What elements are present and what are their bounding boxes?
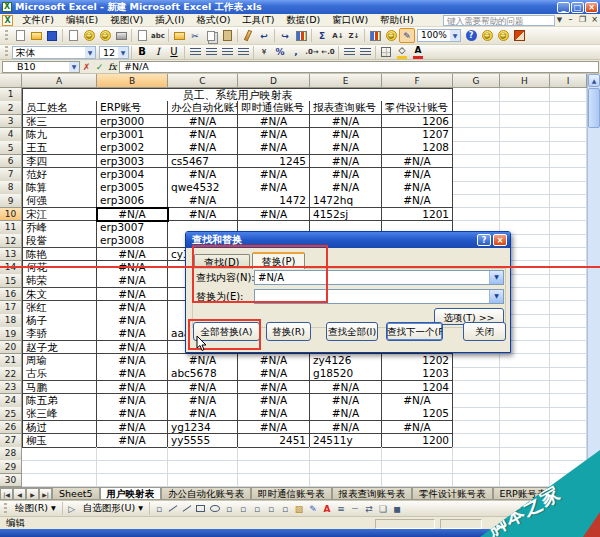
row-header-12[interactable]: 12 [0,234,22,248]
format-underline-icon[interactable]: U [166,45,182,60]
cell-A7[interactable]: 范好 [22,168,97,182]
cell-H21[interactable] [500,354,550,368]
cell-C30[interactable] [168,474,238,487]
sheet-tab-0[interactable]: Sheet5 [52,488,100,500]
cell-B2[interactable]: ERP账号 [97,101,168,115]
cell-G22[interactable] [453,367,500,381]
format-decrease-decimal-icon[interactable]: ←.0 [320,45,336,60]
cell-I6[interactable] [550,155,587,169]
cell-F4[interactable]: 1207 [382,128,453,142]
cell-E7[interactable]: #N/A [310,168,382,182]
sheet-tab-5[interactable]: 零件设计账号表 [412,488,493,500]
workbook-minimize-button[interactable]: – [565,15,576,25]
cell-G6[interactable] [453,155,500,169]
dialog-help-button[interactable]: ? [477,234,491,246]
cell-A27[interactable]: 柳玉 [22,434,97,448]
scrollbar-thumb[interactable] [588,88,600,128]
cell-F21[interactable]: 1202 [382,354,453,368]
cell-B11[interactable]: erp3007 [97,221,168,235]
name-box[interactable]: B10▼ [2,61,80,73]
menu-item-6[interactable]: 数据(D) [281,14,327,27]
column-header-G[interactable]: G [453,74,500,88]
next-sheet-icon[interactable]: ▶ [26,488,39,500]
drawing-line-icon[interactable] [166,502,180,515]
cell-G26[interactable] [453,421,500,435]
cell-D3[interactable]: #N/A [238,115,310,129]
row-header-4[interactable]: 4 [0,128,22,142]
menu-item-8[interactable]: 帮助(H) [374,14,420,27]
cell-B7[interactable]: erp3004 [97,168,168,182]
cell-E29[interactable] [310,460,382,474]
row-header-7[interactable]: 7 [0,168,22,182]
cell-G3[interactable] [453,115,500,129]
cell-A9[interactable]: 何强 [22,194,97,208]
format-merge-center-icon[interactable] [235,45,251,60]
minimize-button[interactable]: _ [557,2,570,13]
cell-E6[interactable]: #N/A [310,155,382,169]
cell-F2[interactable]: 零件设计账号 [382,101,453,115]
cell-I9[interactable] [550,194,587,208]
cell-B19[interactable]: #N/A [97,327,168,341]
format-comma-icon[interactable]: , [288,45,304,60]
cell-H5[interactable] [500,141,550,155]
cell-A13[interactable]: 陈艳 [22,248,97,262]
format-bold-icon[interactable]: B [134,45,150,60]
cell-A10[interactable]: 宋江 [22,208,97,222]
cell-B6[interactable]: erp3003 [97,155,168,169]
toolbar-grip[interactable] [5,30,8,42]
drawing-fill-color-icon[interactable]: ▨ [292,502,306,515]
toolbar-smiley-icon[interactable]: ☺ [479,28,495,43]
cell-I4[interactable] [550,128,587,142]
cell-E9[interactable]: 1472hq [310,194,382,208]
cell-A24[interactable]: 陈五弟 [22,394,97,408]
row-header-22[interactable]: 22 [0,367,22,381]
row-header-26[interactable]: 26 [0,421,22,435]
toolbar-grip[interactable] [4,503,7,515]
cell-I27[interactable] [550,434,587,448]
cell-I17[interactable] [550,301,587,315]
cell-D21[interactable]: #N/A [238,354,310,368]
cell-F6[interactable]: #N/A [382,155,453,169]
toolbar-sort-ascending-icon[interactable]: A↓ [330,28,346,43]
cell-C8[interactable]: qwe4532 [168,181,238,195]
row-header-13[interactable]: 13 [0,248,22,262]
cell-H24[interactable] [500,394,550,408]
cell-C26[interactable]: yg1234 [168,421,238,435]
cell-E22[interactable]: g18520 [310,367,382,381]
workbook-close-button[interactable]: × [589,15,600,25]
toolbar-smiley-icon[interactable]: ☺ [97,28,113,43]
toolbar-script-home-icon[interactable] [511,28,527,43]
drawing-oval-icon[interactable] [208,502,222,515]
cell-A6[interactable]: 李四 [22,155,97,169]
row-header-20[interactable]: 20 [0,341,22,355]
cell-G24[interactable] [453,394,500,408]
chevron-down-icon[interactable]: ▼ [69,62,79,72]
cell-D29[interactable] [238,460,310,474]
cell-I19[interactable] [550,327,587,341]
menu-item-7[interactable]: 窗口(W) [326,14,374,27]
cell-B16[interactable]: #N/A [97,288,168,302]
toolbar-print-icon[interactable] [113,28,129,43]
row-header-25[interactable]: 25 [0,407,22,421]
cell-F5[interactable]: 1208 [382,141,453,155]
drawing-diagram-icon[interactable]: ▫ [250,502,264,515]
cell-C3[interactable]: #N/A [168,115,238,129]
cell-F10[interactable]: 1201 [382,208,453,222]
zoom-select[interactable]: 100%▼ [417,29,461,42]
toolbar-sort-descending-icon[interactable]: Z↓ [346,28,362,43]
row-header-3[interactable]: 3 [0,115,22,129]
toolbar-research-icon[interactable] [171,28,187,43]
cell-D25[interactable]: #N/A [238,407,310,421]
toolbar-redo-icon[interactable]: ↪ [277,28,293,43]
cell-E27[interactable]: 24511y [310,434,382,448]
sheet-tab-4[interactable]: 报表查询账号表 [332,488,413,500]
cell-E3[interactable]: #N/A [310,115,382,129]
toolbar-chart-wizard-icon[interactable] [367,28,383,43]
font-name-select[interactable]: 宋体▼ [12,46,96,59]
cell-E10[interactable]: 4152sj [310,208,382,222]
scroll-up-icon[interactable]: ▲ [588,74,600,87]
cell-G28[interactable] [453,447,500,461]
column-header-C[interactable]: C [168,74,238,88]
format-increase-indent-icon[interactable] [357,45,373,60]
cell-G8[interactable] [453,181,500,195]
